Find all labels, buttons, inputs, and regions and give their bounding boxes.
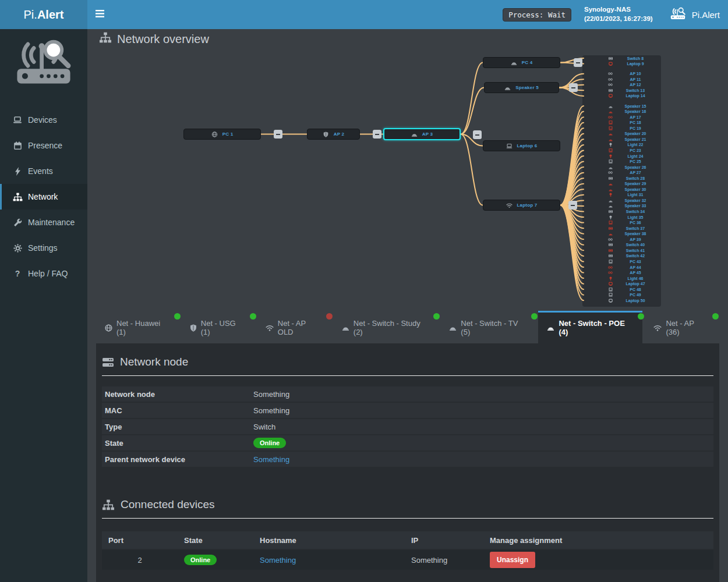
collapse-minus-button[interactable] — [473, 130, 482, 139]
light-icon — [608, 276, 613, 281]
device-list-item[interactable]: Switch 8 — [582, 56, 661, 61]
ap-icon — [608, 83, 613, 87]
calendar-icon — [12, 141, 23, 150]
device-list-item[interactable]: Speaker 16 — [582, 109, 661, 114]
process-status-badge: Process: Wait — [503, 8, 571, 22]
device-list-item[interactable]: Speaker 29 — [582, 181, 661, 186]
collapse-minus-button[interactable] — [574, 58, 582, 67]
tab-label: Net - AP OLD — [278, 319, 322, 336]
device-label: PC 49 — [613, 293, 658, 297]
device-list-item[interactable]: Light 35 — [582, 215, 661, 220]
minus-icon — [571, 205, 575, 206]
device-list-item[interactable]: Light 24 — [582, 154, 661, 159]
device-list-item[interactable]: AP 45 — [582, 270, 661, 275]
device-list-item[interactable]: AP 17 — [582, 115, 661, 120]
collapse-minus-button[interactable] — [274, 130, 282, 139]
device-list-item[interactable]: Switch 34 — [582, 209, 661, 214]
device-list-item[interactable]: Speaker 21 — [582, 137, 661, 142]
sidebar-item-maintenance[interactable]: Maintenance — [0, 210, 87, 235]
network-node-row: TypeSwitch — [102, 419, 713, 434]
diagram-node-pc1[interactable]: PC 1 — [183, 129, 261, 140]
ip-cell: Something — [405, 556, 483, 565]
app-logo[interactable]: Pi.Alert — [669, 7, 720, 22]
device-list-item[interactable]: PC 23 — [582, 148, 661, 153]
device-list-item[interactable]: Switch 13 — [582, 88, 661, 93]
diagram-node-speaker5[interactable]: Speaker 5 — [484, 82, 559, 93]
device-list-item[interactable]: Switch 28 — [582, 176, 661, 181]
device-list-item[interactable]: Switch 42 — [582, 253, 661, 258]
diagram-node-laptop6[interactable]: Laptop 6 — [483, 140, 560, 151]
device-list-item[interactable]: Speaker 26 — [582, 165, 661, 170]
laptop-icon — [608, 298, 613, 303]
switch-icon — [608, 248, 613, 253]
column-header: Port — [102, 536, 178, 545]
light-icon — [608, 143, 613, 147]
unassign-button[interactable]: Unassign — [490, 552, 535, 568]
row-label: MAC — [102, 406, 253, 415]
device-list-item[interactable]: Switch 41 — [582, 248, 661, 253]
device-list-item[interactable]: PC 25 — [582, 159, 661, 164]
device-list-item[interactable]: Speaker 38 — [582, 231, 661, 236]
parent-device-link[interactable]: Something — [253, 455, 289, 464]
collapse-minus-button[interactable] — [569, 83, 578, 92]
device-list-item[interactable]: PC 36 — [582, 220, 661, 225]
speaker-icon — [608, 187, 613, 191]
device-list-item[interactable]: PC 43 — [582, 259, 661, 264]
device-list-item[interactable]: Speaker 20 — [582, 131, 661, 136]
light-icon — [608, 193, 613, 197]
device-list-item[interactable]: AP 27 — [582, 170, 661, 175]
column-header: Manage assignment — [483, 536, 713, 545]
device-list-item[interactable]: Switch 37 — [582, 226, 661, 231]
device-list-item[interactable]: Light 31 — [582, 192, 661, 197]
device-label: AP 44 — [613, 265, 658, 269]
device-label: PC 19 — [613, 126, 658, 130]
collapse-minus-button[interactable] — [568, 201, 577, 210]
device-list-item[interactable]: Speaker 30 — [582, 187, 661, 192]
action-cell: Unassign — [483, 552, 713, 568]
row-label: Network node — [102, 390, 253, 399]
hostname-link[interactable]: Something — [260, 556, 296, 565]
device-list-item[interactable]: Light 22 — [582, 142, 661, 147]
sidebar-item-devices[interactable]: Devices — [0, 107, 87, 133]
port-cell: 2 — [102, 556, 178, 565]
device-list-item[interactable]: Laptop 50 — [582, 298, 661, 303]
diagram-node-ap2[interactable]: AP 2 — [307, 129, 360, 140]
device-list-item[interactable]: AP 12 — [582, 82, 661, 87]
collapse-minus-button[interactable] — [373, 130, 381, 139]
device-list-item[interactable]: AP 11 — [582, 77, 661, 82]
sidebar-item-help-faq[interactable]: ?Help / FAQ — [0, 261, 87, 286]
device-list-item[interactable]: PC 48 — [582, 287, 661, 292]
brand-logo[interactable]: Pi.Alert — [0, 0, 87, 29]
device-list-item[interactable]: Laptop 47 — [582, 281, 661, 286]
device-list-item[interactable]: Speaker 33 — [582, 203, 661, 208]
server-icon — [102, 357, 114, 367]
sidebar-item-network[interactable]: Network — [0, 184, 87, 210]
shield-icon — [190, 324, 197, 332]
device-list-item[interactable]: AP 44 — [582, 265, 661, 270]
device-list-item[interactable]: Switch 40 — [582, 242, 661, 247]
sidebar-toggle-button[interactable] — [96, 0, 115, 29]
network-node-row: Network nodeSomething — [102, 386, 713, 402]
sidebar-item-events[interactable]: Events — [0, 158, 87, 184]
sidebar-item-presence[interactable]: Presence — [0, 133, 87, 158]
network-topology-diagram: PC 1AP 2AP 3PC 4Speaker 5Laptop 6Laptop … — [87, 29, 728, 317]
device-list-item[interactable]: Light 46 — [582, 276, 661, 281]
sidebar-item-settings[interactable]: Settings — [0, 235, 87, 261]
device-list-item[interactable]: AP 39 — [582, 237, 661, 242]
ap-icon — [608, 77, 613, 81]
node-label: AP 2 — [334, 132, 344, 137]
device-list-item[interactable]: PC 49 — [582, 292, 661, 297]
device-list-item[interactable]: Laptop 14 — [582, 93, 661, 98]
ap-icon — [608, 237, 613, 242]
device-list-item[interactable]: Speaker 15 — [582, 104, 661, 109]
device-list-item[interactable]: Speaker 32 — [582, 198, 661, 203]
diagram-node-pc4[interactable]: PC 4 — [483, 57, 560, 68]
diagram-node-laptop7[interactable]: Laptop 7 — [483, 200, 560, 211]
device-list-item[interactable]: AP 10 — [582, 71, 661, 76]
sidebar-menu: DevicesPresenceEventsNetworkMaintenanceS… — [0, 107, 87, 286]
device-list-item[interactable]: PC 19 — [582, 126, 661, 131]
device-list-item[interactable]: PC 18 — [582, 120, 661, 125]
diagram-node-ap3[interactable]: AP 3 — [383, 128, 461, 140]
column-header: State — [178, 536, 253, 545]
device-list-item[interactable]: Laptop 9 — [582, 61, 661, 66]
